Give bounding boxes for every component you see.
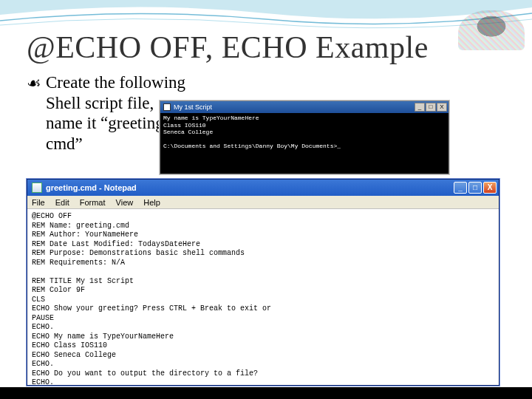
cmd-window-controls: _ □ X [415,103,447,112]
slide-title: @ECHO OFF, ECHO Example [27,30,505,65]
menu-edit[interactable]: Edit [55,198,69,207]
maximize-button[interactable]: □ [426,103,436,112]
slide-container: @ECHO OFF, ECHO Example ☙ Create the fol… [0,0,532,399]
cmd-title: My 1st Script [174,103,212,111]
cmd-titlebar: My 1st Script _ □ X [160,101,449,113]
notepad-window-controls: _ □ X [454,182,497,194]
notepad-icon [32,183,42,193]
notepad-window: greeting.cmd - Notepad _ □ X FileEditFor… [27,179,499,386]
close-button[interactable]: X [483,182,497,194]
bullet-icon: ☙ [27,74,41,93]
menu-help[interactable]: Help [143,198,160,207]
cmd-icon [163,103,171,111]
notepad-titlebar: greeting.cmd - Notepad _ □ X [27,180,499,196]
menu-view[interactable]: View [116,198,134,207]
command-prompt-window: My 1st Script _ □ X My name is TypeYourN… [160,100,449,174]
notepad-content[interactable]: @ECHO OFF REM Name: greeting.cmd REM Aut… [27,209,499,385]
menu-file[interactable]: File [32,198,45,207]
close-button[interactable]: X [437,103,447,112]
menu-format[interactable]: Format [80,198,106,207]
maximize-button[interactable]: □ [468,182,482,194]
minimize-button[interactable]: _ [415,103,425,112]
minimize-button[interactable]: _ [454,182,467,194]
notepad-title: greeting.cmd - Notepad [46,183,137,192]
notepad-menubar: FileEditFormatViewHelp [27,196,499,209]
cmd-output: My name is TypeYourNameHere Class IOS110… [160,113,449,151]
